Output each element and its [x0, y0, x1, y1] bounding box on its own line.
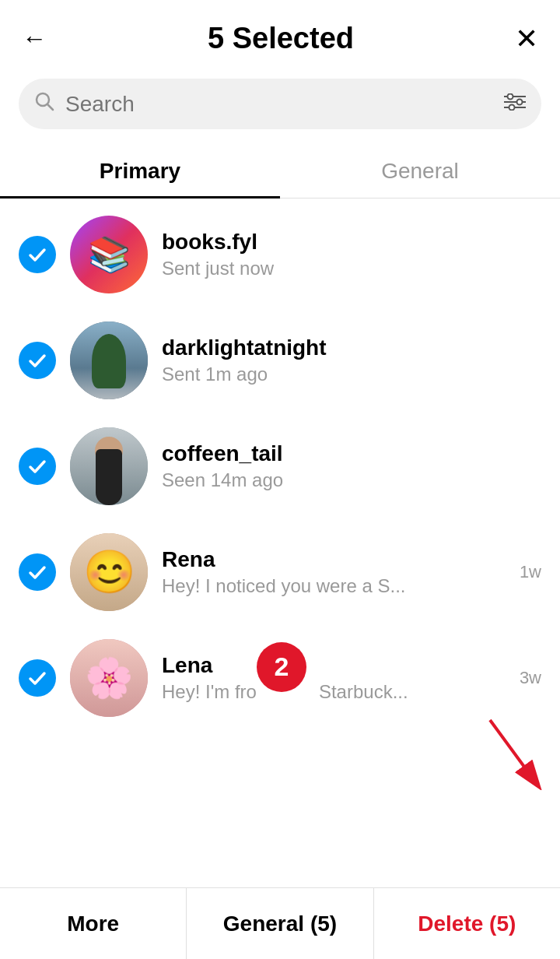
search-input[interactable]	[65, 92, 493, 117]
conv-subtitle: Hey! I'm fro Starbuck...	[162, 681, 506, 703]
conv-info: Rena Hey! I noticed you were a S...	[162, 547, 506, 597]
bottom-bar: More General (5) Delete (5)	[0, 887, 560, 959]
tab-primary[interactable]: Primary	[0, 145, 280, 198]
avatar: 🌸	[70, 639, 148, 717]
svg-point-5	[508, 93, 513, 99]
selection-check[interactable]	[19, 342, 56, 379]
conv-subtitle: Sent just now	[162, 258, 541, 279]
svg-point-7	[509, 104, 515, 110]
header: ← 5 Selected ✕	[0, 0, 560, 71]
close-button[interactable]: ✕	[515, 23, 538, 55]
search-bar	[19, 79, 541, 129]
list-item[interactable]: coffeen_tail Seen 14m ago	[0, 413, 560, 519]
avatar	[70, 321, 148, 399]
back-button[interactable]: ←	[22, 24, 47, 53]
conv-subtitle: Seen 14m ago	[162, 469, 541, 491]
conv-info: coffeen_tail Seen 14m ago	[162, 441, 541, 491]
selection-check[interactable]	[19, 659, 56, 697]
selection-check[interactable]	[19, 448, 56, 485]
avatar	[70, 427, 148, 505]
list-item[interactable]: 📚 books.fyl Sent just now	[0, 202, 560, 307]
filter-icon[interactable]	[504, 93, 526, 115]
conv-info: books.fyl Sent just now	[162, 230, 541, 279]
conv-name: Lena	[162, 653, 506, 678]
conv-name: darklightatnight	[162, 335, 541, 360]
delete-button[interactable]: Delete (5)	[374, 888, 560, 959]
arrow-indicator	[474, 712, 544, 793]
conv-time: 1w	[520, 562, 541, 582]
svg-line-1	[47, 104, 53, 110]
list-item[interactable]: 😊 Rena Hey! I noticed you were a S... 1w	[0, 519, 560, 625]
page-title: 5 Selected	[208, 22, 354, 55]
selection-check[interactable]	[19, 236, 56, 273]
general-button[interactable]: General (5)	[187, 888, 373, 959]
more-button[interactable]: More	[0, 888, 187, 959]
svg-point-6	[517, 99, 523, 104]
conv-name: books.fyl	[162, 230, 541, 255]
notification-badge: 2	[257, 642, 306, 692]
conv-subtitle: Sent 1m ago	[162, 364, 541, 385]
conversation-list: 📚 books.fyl Sent just now darklightatnig…	[0, 202, 560, 731]
conv-name: Rena	[162, 547, 506, 572]
tab-general[interactable]: General	[280, 145, 560, 198]
conv-time: 3w	[520, 668, 541, 688]
conv-info: Lena Hey! I'm fro Starbuck...	[162, 653, 506, 703]
conv-info: darklightatnight Sent 1m ago	[162, 335, 541, 385]
tabs: Primary General	[0, 145, 560, 198]
search-icon	[34, 91, 54, 117]
avatar: 😊	[70, 533, 148, 611]
selection-check[interactable]	[19, 553, 56, 591]
list-item[interactable]: 🌸 Lena Hey! I'm fro Starbuck... 3w 2	[0, 625, 560, 731]
conv-name: coffeen_tail	[162, 441, 541, 466]
list-item[interactable]: darklightatnight Sent 1m ago	[0, 307, 560, 413]
conv-subtitle: Hey! I noticed you were a S...	[162, 575, 506, 597]
svg-line-9	[490, 720, 533, 778]
avatar: 📚	[70, 216, 148, 293]
